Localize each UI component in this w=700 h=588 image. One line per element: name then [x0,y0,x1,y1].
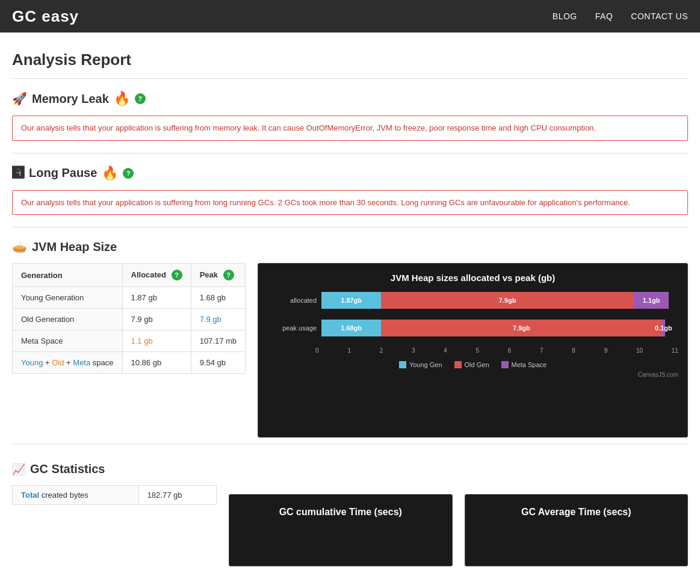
bar-young-peak: 1.68gb [321,320,381,336]
nav: BLOG FAQ CONTACT US [553,11,688,21]
page-title: Analysis Report [12,51,688,69]
nav-contact[interactable]: CONTACT US [631,11,688,21]
canvasjs-credit: CanvasJS.com [267,371,678,378]
divider-4 [12,444,688,444]
fire-icon-pause: 🔥 [102,166,118,181]
bar-old-peak: 7.9gb [381,320,661,336]
chart-axis: 0 1 2 3 4 5 6 7 8 9 10 11 [267,347,678,354]
legend-old-color [454,361,462,368]
jvm-heap-content: Generation Allocated ? Peak ? Young Gene… [12,263,688,438]
help-icon-pause[interactable]: ? [123,168,134,179]
legend-meta-label: Meta Space [512,361,547,368]
jvm-heap-header: 🥧 JVM Heap Size [12,240,688,254]
allocated-bars: 1.87gb 7.9gb 1.1gb [321,292,672,309]
long-pause-section: 🅰 Long Pause 🔥 ? Our analysis tells that… [12,166,688,215]
allocated-label: allocated [273,297,321,304]
rocket-icon: 🚀 [12,91,27,106]
legend-meta-color [501,361,509,368]
allocated-cell: 10.86 gb [122,352,191,374]
main-content: Analysis Report 🚀 Memory Leak 🔥 ? Our an… [0,32,700,578]
col-allocated: Allocated ? [122,264,191,287]
header: GC easy BLOG FAQ CONTACT US [0,0,700,32]
gc-stats-section: 📈 GC Statistics Total created bytes 182.… [12,462,688,566]
nav-faq[interactable]: FAQ [595,11,613,21]
legend-young-label: Young Gen [409,361,442,368]
divider-top [12,78,688,79]
gc-charts-row: GC cumulative Time (secs) GC Average Tim… [229,494,688,566]
allocated-row: allocated 1.87gb 7.9gb 1.1gb [273,292,672,309]
legend-old: Old Gen [454,361,489,368]
col-peak: Peak ? [191,264,245,287]
table-row: Young Generation1.87 gb1.68 gb [13,287,246,309]
help-allocated[interactable]: ? [172,270,182,280]
jvm-heap-section: 🥧 JVM Heap Size Generation Allocated ? P… [12,240,688,438]
col-generation: Generation [13,264,123,287]
gen-cell: Young Generation [13,287,123,309]
gc-cumulative-title: GC cumulative Time (secs) [241,507,440,518]
memory-leak-title: Memory Leak [32,92,109,106]
peak-bars: 1.68gb 7.9gb 0.1gb [321,320,672,336]
memory-leak-section: 🚀 Memory Leak 🔥 ? Our analysis tells tha… [12,91,688,141]
fire-icon-memory: 🔥 [114,91,130,107]
bar-meta-peak: 0.1gb [662,320,666,336]
gc-stats-header: 📈 GC Statistics [12,462,688,476]
memory-leak-header: 🚀 Memory Leak 🔥 ? [12,91,688,107]
peak-cell: 107.17 mb [191,330,245,352]
jvm-chart-container: JVM Heap sizes allocated vs peak (gb) al… [258,263,688,438]
peak-row: peak usage 1.68gb 7.9gb 0.1gb [273,320,672,336]
gc-cumulative-chart: GC cumulative Time (secs) [229,494,453,566]
trend-icon: 📈 [12,463,25,476]
legend-young: Young Gen [399,361,442,368]
divider-2 [12,153,688,153]
nav-blog[interactable]: BLOG [553,11,577,21]
help-peak[interactable]: ? [223,270,234,280]
long-pause-header: 🅰 Long Pause 🔥 ? [12,166,688,181]
gen-cell: Old Generation [13,309,123,330]
bar-meta-allocated: 1.1gb [634,292,669,309]
gc-key: Total created bytes [13,486,139,505]
divider-3 [12,227,688,227]
gc-average-chart: GC Average Time (secs) [465,494,689,566]
legend-young-color [399,361,406,368]
jvm-heap-title: JVM Heap Size [32,240,117,254]
jvm-table: Generation Allocated ? Peak ? Young Gene… [12,263,246,374]
gc-table: Total created bytes 182.77 gb [12,485,217,505]
gc-average-title: GC Average Time (secs) [477,507,676,518]
long-pause-title: Long Pause [29,166,97,180]
legend-meta: Meta Space [501,361,547,368]
peak-cell: 1.68 gb [191,287,245,309]
allocated-cell: 1.87 gb [122,287,191,309]
table-row: Meta Space1.1 gb107.17 mb [13,330,246,352]
gen-cell: Meta Space [13,330,123,352]
chart-legend: Young Gen Old Gen Meta Space [267,361,678,368]
logo: GC easy [12,7,79,26]
bar-old-allocated: 7.9gb [381,292,634,309]
table-row: Old Generation7.9 gb7.9 gb [13,309,246,330]
allocated-cell: 7.9 gb [122,309,191,330]
memory-leak-alert: Our analysis tells that your application… [12,116,688,141]
legend-old-label: Old Gen [465,361,489,368]
chart-title: JVM Heap sizes allocated vs peak (gb) [267,273,678,283]
peak-cell: 9.54 gb [191,352,245,374]
gc-stats-title: GC Statistics [30,462,105,476]
allocated-cell: 1.1 gb [122,330,191,352]
pause-icon: 🅰 [12,166,24,180]
bar-young-allocated: 1.87gb [321,292,381,309]
gc-value: 182.77 gb [138,486,216,505]
long-pause-alert: Our analysis tells that your application… [12,190,688,215]
pie-icon: 🥧 [12,240,27,254]
hbar-chart: allocated 1.87gb 7.9gb 1.1gb peak usage … [267,292,678,336]
help-icon-memory[interactable]: ? [135,93,146,104]
gc-table-row: Total created bytes 182.77 gb [13,486,217,505]
table-row: Young + Old + Meta space10.86 gb9.54 gb [13,352,246,374]
peak-label: peak usage [273,324,321,332]
gen-cell: Young + Old + Meta space [13,352,123,374]
peak-cell: 7.9 gb [191,309,245,330]
